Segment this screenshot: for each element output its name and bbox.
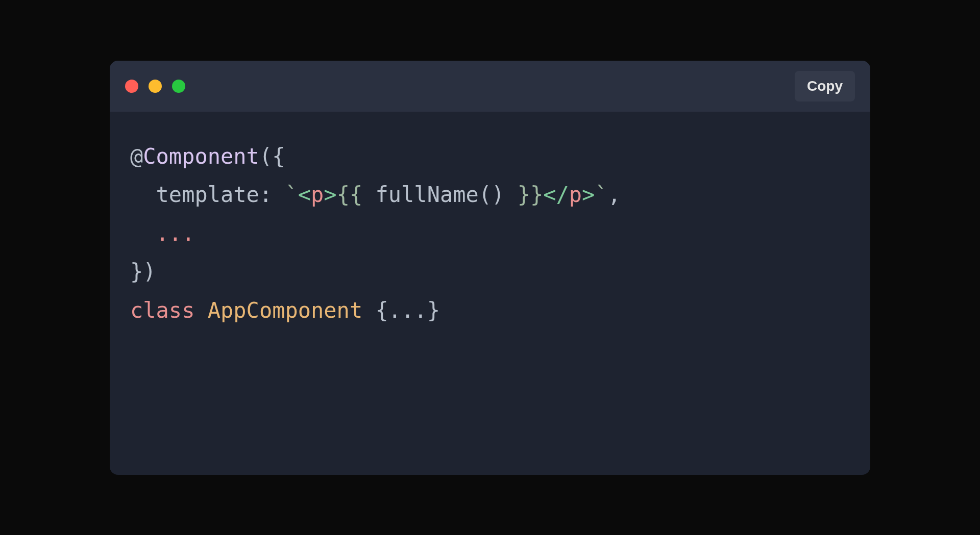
code-line-1: @Component({ [130,144,285,169]
spread-body: ... [388,298,427,323]
func-name: fullName [376,182,479,207]
space [194,298,207,323]
comma: , [608,182,621,207]
copy-button[interactable]: Copy [795,71,855,101]
code-window: Copy @Component({ template: `<p>{{ fullN… [110,61,870,475]
tag-open-gt: > [324,182,336,207]
func-call: () [479,182,505,207]
spread: ... [156,221,195,246]
indent [130,182,156,207]
space [362,298,375,323]
close-brace-paren: }) [130,259,156,284]
code-line-4: }) [130,259,156,284]
maximize-window-button[interactable] [172,80,185,93]
indent [130,221,156,246]
tag-close-name: p [569,182,582,207]
interp-close: }} [504,182,543,207]
tag-open-lt: < [298,182,311,207]
backtick-close: ` [595,182,607,207]
decorator-at: @ [130,144,143,169]
close-window-button[interactable] [125,80,138,93]
interp-open: {{ [337,182,376,207]
code-line-2: template: `<p>{{ fullName() }}</p>`, [130,182,621,207]
code-line-3: ... [130,221,194,246]
backtick-open: ` [285,182,298,207]
code-area: @Component({ template: `<p>{{ fullName()… [110,112,870,475]
brace-open: { [375,298,388,323]
brace-close: } [427,298,440,323]
colon: : [259,182,285,207]
code-line-5: class AppComponent {...} [130,298,440,323]
titlebar: Copy [110,61,870,112]
minimize-window-button[interactable] [149,80,162,93]
tag-close-lt: </ [543,182,569,207]
traffic-lights [125,80,185,93]
tag-close-gt: > [582,182,595,207]
component-name: Component [143,144,259,169]
template-key: template [156,182,259,207]
tag-open-name: p [311,182,324,207]
class-name: AppComponent [208,298,362,323]
open-paren-brace: ({ [259,144,285,169]
class-keyword: class [130,298,194,323]
